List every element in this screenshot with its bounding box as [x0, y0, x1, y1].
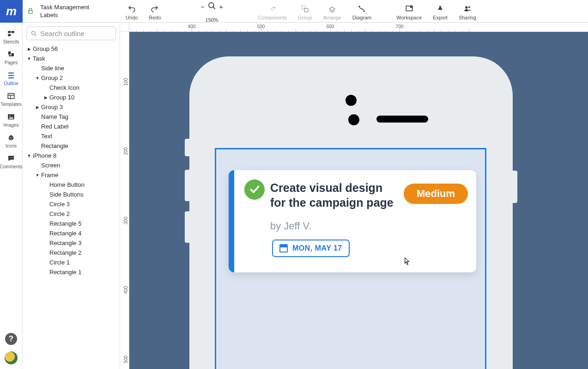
- outline-label: Home Button: [49, 181, 85, 188]
- svg-rect-14: [8, 51, 11, 55]
- svg-rect-12: [12, 31, 14, 33]
- outline-label: Side Buttons: [49, 191, 84, 198]
- left-rail: Stencils Pages Outline Templates Images …: [0, 23, 23, 369]
- chevron-down-icon[interactable]: ▼: [35, 76, 40, 80]
- ruler-tick: 200: [123, 147, 128, 156]
- phone-speaker: [376, 116, 428, 123]
- svg-point-19: [10, 137, 11, 138]
- outline-row[interactable]: Text: [23, 131, 120, 141]
- user-avatar[interactable]: [5, 351, 18, 364]
- outline-label: Rectangle 1: [49, 269, 81, 276]
- chevron-down-icon[interactable]: ▼: [26, 154, 32, 158]
- priority-chip[interactable]: Medium: [404, 184, 468, 204]
- rail-images[interactable]: Images: [0, 110, 23, 130]
- zoom-in-button[interactable]: +: [218, 3, 225, 11]
- outline-row[interactable]: ▶Group 56: [23, 44, 120, 54]
- outline-row[interactable]: Circle 1: [23, 258, 120, 267]
- chevron-right-icon[interactable]: ▶: [43, 95, 48, 100]
- ruler-tick: 600: [327, 24, 334, 29]
- outline-row[interactable]: Side Buttons: [23, 190, 120, 199]
- ruler-tick: 700: [396, 24, 404, 29]
- rail-icons[interactable]: Icons: [0, 130, 23, 151]
- outline-row[interactable]: Circle 3: [23, 199, 120, 209]
- ruler-tick: 500: [123, 355, 128, 364]
- diagram-button[interactable]: Diagram: [347, 0, 377, 23]
- rail-stencils[interactable]: Stencils: [0, 26, 23, 47]
- zoom-control[interactable]: − + 150%: [190, 0, 234, 23]
- outline-row[interactable]: Circle 2: [23, 209, 120, 219]
- workspace-button[interactable]: Workspace: [391, 0, 427, 23]
- chevron-down-icon[interactable]: ▼: [35, 173, 40, 178]
- outline-row[interactable]: ▼Frame: [23, 170, 120, 180]
- arrange-icon: [327, 4, 337, 14]
- title-line-2: Labels: [40, 11, 89, 19]
- outline-label: Group 56: [33, 45, 58, 52]
- outline-row[interactable]: Rectangle 1: [23, 267, 120, 277]
- outline-row[interactable]: Rectangle 4: [23, 228, 120, 238]
- outline-row[interactable]: Name Tag: [23, 112, 120, 122]
- svg-point-22: [10, 157, 11, 158]
- phone-screen[interactable]: Create visual design for the campaign pa…: [215, 148, 486, 369]
- task-title: Create visual design for the campaign pa…: [270, 180, 395, 210]
- outline-label: Group 3: [41, 104, 63, 111]
- svg-point-1: [271, 7, 274, 10]
- outline-row[interactable]: Rectangle 2: [23, 248, 120, 258]
- outline-tree: ▶Group 56▼TaskSide line▼Group 2Check Ico…: [23, 44, 120, 277]
- outline-label: Name Tag: [41, 113, 68, 120]
- group-icon: [300, 4, 309, 14]
- diagram-icon: [357, 4, 367, 14]
- canvas-stage[interactable]: Create visual design for the campaign pa…: [129, 32, 588, 369]
- rail-templates[interactable]: Templates: [0, 89, 23, 110]
- outline-panel: Search outline ▶Group 56▼TaskSide line▼G…: [23, 23, 120, 369]
- ruler-vertical: 100200300400500: [120, 32, 129, 369]
- outline-row[interactable]: Check Icon: [23, 83, 120, 92]
- svg-point-21: [11, 139, 12, 140]
- outline-row[interactable]: ▼Group 2: [23, 73, 120, 83]
- task-card[interactable]: Create visual design for the campaign pa…: [229, 170, 476, 272]
- canvas[interactable]: 400500600700 100200300400500 Create visu…: [120, 23, 588, 369]
- outline-row[interactable]: ▼iPhone 8: [23, 151, 120, 160]
- search-input[interactable]: Search outline: [26, 26, 116, 40]
- svg-point-23: [11, 157, 12, 158]
- outline-row[interactable]: Rectangle 3: [23, 238, 120, 248]
- outline-row[interactable]: ▶Group 10: [23, 92, 120, 102]
- outline-label: Rectangle 5: [49, 220, 81, 227]
- toolbar: Undo Redo − + 150% Components Group Arra…: [120, 0, 482, 23]
- components-icon: [268, 4, 277, 14]
- ruler-horizontal: 400500600700: [129, 23, 588, 32]
- rail-comments[interactable]: Comments: [0, 151, 23, 172]
- ruler-tick: 100: [123, 77, 128, 86]
- sharing-button[interactable]: Sharing: [453, 0, 482, 23]
- undo-button[interactable]: Undo: [120, 0, 143, 23]
- export-button[interactable]: Export: [427, 0, 453, 23]
- outline-row[interactable]: Home Button: [23, 180, 120, 190]
- ruler-tick: 300: [123, 216, 128, 225]
- check-icon: [244, 179, 265, 200]
- zoom-icon: [207, 1, 217, 12]
- outline-row[interactable]: ▼Task: [23, 54, 120, 63]
- group-button: Group: [292, 0, 318, 23]
- rail-pages[interactable]: Pages: [0, 47, 23, 68]
- phone-camera: [346, 95, 357, 106]
- outline-row[interactable]: ▶Group 3: [23, 102, 120, 112]
- rail-outline[interactable]: Outline: [0, 68, 23, 89]
- outline-row[interactable]: Red Label: [23, 122, 120, 131]
- svg-rect-16: [8, 93, 14, 98]
- svg-point-25: [32, 31, 36, 35]
- chevron-right-icon[interactable]: ▶: [35, 105, 40, 110]
- app-logo[interactable]: m: [0, 0, 23, 23]
- outline-row[interactable]: Rectangle 5: [23, 219, 120, 228]
- outline-label: Circle 3: [49, 201, 70, 208]
- outline-row[interactable]: Screen: [23, 160, 120, 170]
- task-date-chip[interactable]: MON, MAY 17: [272, 240, 350, 257]
- zoom-out-button[interactable]: −: [199, 3, 206, 11]
- chevron-right-icon[interactable]: ▶: [26, 47, 32, 51]
- outline-row[interactable]: Rectangle: [23, 141, 120, 151]
- outline-label: Rectangle 2: [49, 249, 81, 256]
- chevron-down-icon[interactable]: ▼: [26, 56, 32, 61]
- redo-button[interactable]: Redo: [143, 0, 166, 23]
- search-icon: [30, 30, 37, 37]
- help-button[interactable]: ?: [5, 333, 17, 345]
- outline-row[interactable]: Side line: [23, 63, 120, 73]
- document-title-block[interactable]: Task Management Labels: [27, 3, 89, 19]
